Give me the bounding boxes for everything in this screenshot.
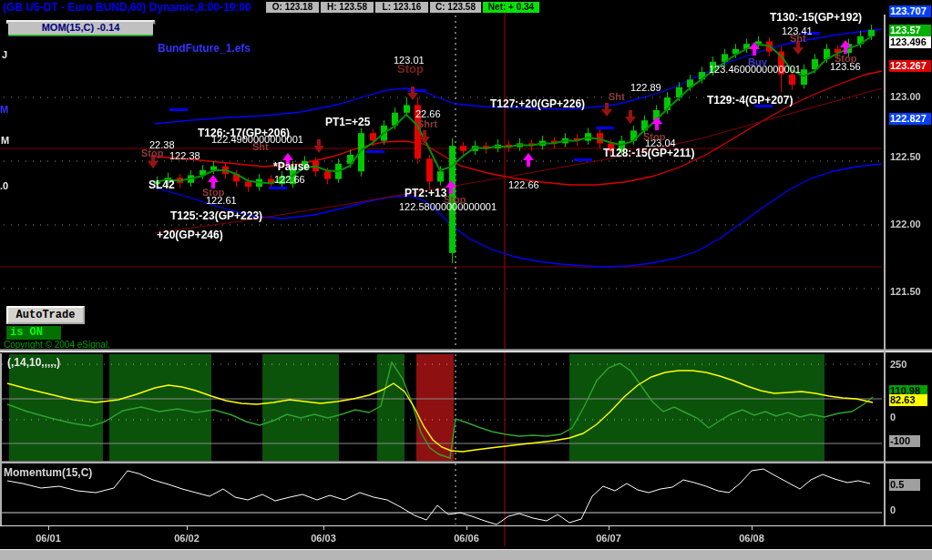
oscillator-axis-label: -100 [889,435,920,447]
panel-left-frame [0,353,2,525]
oscillator-axis-label: 250 [889,359,931,371]
axis-tick [752,526,753,530]
date-axis-label: 06/02 [174,533,200,544]
stop-marker-label: Sht [609,91,625,102]
copyright-text: Copyright © 2004 eSignal. [4,340,110,350]
trade-annotation: T130:-15(GP+192) [770,11,862,24]
trade-annotation: SL42 [149,178,175,191]
axis-tick [48,526,49,530]
axis-tick [466,526,467,530]
date-axis-label: 06/01 [36,533,61,544]
price-annotation: 122.38 [169,150,200,161]
price-axis-label: 123.707 [889,5,931,17]
quote-open: O: 123.18 [266,2,319,13]
autotrade-button[interactable]: AutoTrade [6,306,85,324]
stop-marker-label: Stop [444,194,466,205]
momentum-study-label: Momentum(15,C) [4,466,92,479]
window-bottom-strip [0,549,932,560]
date-axis-label: 06/03 [311,533,336,544]
price-axis-label: 122.00 [889,219,931,230]
autotrade-status-badge: is ON [6,326,61,340]
panel-divider[interactable] [0,349,932,352]
background-text-fragment: M [0,104,8,115]
trade-annotation: T125:-23(GP+223) [170,209,262,222]
axis-tick [323,526,324,530]
price-axis-label: 121.50 [889,286,931,298]
stop-marker-label: Stop [141,148,163,158]
trade-annotation: T127:+20(GP+226) [490,97,585,110]
app-window: (GB U5-DT - Euro BUND,60) Dynamic,8:00-1… [0,0,932,560]
trade-annotation: T128:-15(GP+211) [603,147,694,159]
stop-marker-label: Stop [397,62,424,76]
chart-title: (GB U5-DT - Euro BUND,60) Dynamic,8:00-1… [3,1,251,14]
oscillator-study-label: (,14,10,,,,,) [7,356,60,369]
cursor-data-window[interactable]: okSymbol: GB U5-DT,60Date: 06/06/05Time:… [6,20,155,24]
axis-tick [609,526,609,530]
axis-tick [187,526,188,530]
momentum-axis-label: 0 [889,504,931,516]
date-axis-label: 06/07 [596,533,621,544]
trade-annotation: T129:-4(GP+207) [707,94,793,107]
trade-annotation: +20(GP+246) [157,229,223,241]
stop-marker-label: Sht [790,33,806,44]
data-window-row: MOM(15,C) -0.14 [8,22,153,35]
quote-close: C: 123.58 [430,2,481,13]
price-axis-label: 123.496 [889,36,931,48]
price-axis-label: 122.50 [889,151,931,163]
date-axis-label: 06/08 [739,533,764,544]
background-text-fragment: .0 [0,180,8,191]
chart-canvas[interactable] [0,0,932,560]
price-axis-label: 123.267 [889,60,931,72]
stop-marker-label: Stop [202,187,224,198]
background-text-fragment: M [1,135,9,146]
price-axis-label: 122.827 [889,113,931,125]
date-axis-label: 06/06 [454,533,479,544]
trade-annotation: PT1=+25 [325,116,370,128]
trade-annotation: PT2:+13 [405,187,446,199]
background-text-fragment: J [2,49,7,60]
panel-divider[interactable] [0,461,932,463]
stop-marker-label: Sht [252,141,269,152]
price-annotation: 122.66 [508,179,539,190]
stop-marker-label: Shrt [417,118,437,129]
quote-low: L: 123.16 [375,2,428,13]
oscillator-axis-label: 0 [889,412,931,423]
momentum-axis-label: 0.5 [889,479,920,491]
panel-right-frame [884,15,886,525]
stop-marker-label: Stop [643,131,665,142]
net-change-badge: Net: + 0.34 [483,2,539,13]
price-axis-label: 123.00 [889,91,931,103]
efs-script-label: BundFuture_1.efs [158,42,251,55]
price-annotation: 122.89 [630,82,661,93]
price-axis-label: 123.57 [889,25,931,36]
trade-annotation: *Pause [273,160,310,173]
stop-marker-label: Stop [835,53,856,64]
oscillator-axis-label: 82.63 [889,394,927,406]
quote-high: H: 123.58 [321,2,374,13]
buy-marker-label: Buy [748,56,767,67]
price-annotation: 122.66 [274,174,305,185]
